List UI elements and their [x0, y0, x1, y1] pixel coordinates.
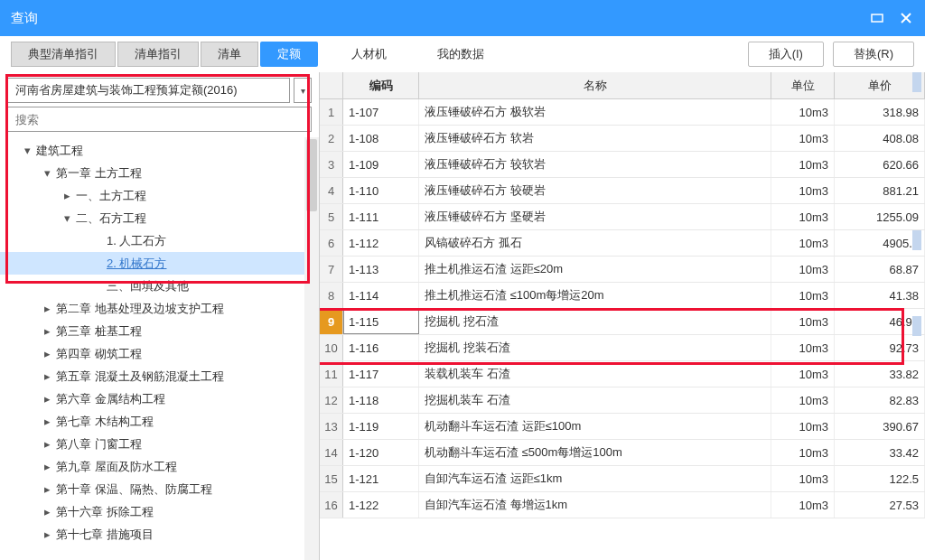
- cell-name: 机动翻斗车运石渣 运距≤100m: [419, 414, 771, 439]
- table-row[interactable]: 111-117装载机装车 石渣10m333.82: [320, 361, 925, 387]
- tab-0[interactable]: 典型清单指引: [11, 42, 116, 67]
- table-row[interactable]: 151-121自卸汽车运石渣 运距≤1km10m3122.5: [320, 466, 925, 492]
- chevron-right-icon[interactable]: ▸: [40, 482, 54, 496]
- tree-item[interactable]: ▸第十七章 措施项目: [0, 523, 319, 546]
- tree-item[interactable]: ▸一、土方工程: [0, 184, 319, 207]
- table-row[interactable]: 101-116挖掘机 挖装石渣10m392.73: [320, 335, 925, 361]
- table-row[interactable]: 31-109液压锤破碎石方 较软岩10m3620.66: [320, 152, 925, 178]
- cell-price: 68.87: [835, 257, 925, 282]
- tree-item[interactable]: ▸第九章 屋面及防水工程: [0, 455, 319, 478]
- cell-code: 1-115: [343, 309, 419, 334]
- tree-item[interactable]: ▸第十六章 拆除工程: [0, 500, 319, 523]
- chevron-right-icon[interactable]: ▸: [40, 527, 54, 541]
- table-row[interactable]: 41-110液压锤破碎石方 较硬岩10m3881.21: [320, 178, 925, 204]
- cell-name: 推土机推运石渣 运距≤20m: [419, 257, 771, 282]
- replace-button[interactable]: 替换(R): [833, 42, 914, 67]
- cell-name: 挖掘机装车 石渣: [419, 387, 771, 413]
- aux-marker: [912, 72, 921, 92]
- tree-item[interactable]: ▾第一章 土方工程: [0, 162, 319, 184]
- tree-item[interactable]: ▸第四章 砌筑工程: [0, 342, 319, 365]
- tab-4[interactable]: 人材机: [334, 42, 404, 67]
- scrollbar-thumb[interactable]: [306, 139, 317, 211]
- aux-marker: [912, 316, 921, 336]
- table-row[interactable]: 161-122自卸汽车运石渣 每增运1km10m327.53: [320, 492, 925, 518]
- chevron-right-icon[interactable]: ▸: [40, 369, 54, 383]
- tree-label: 第十七章 措施项目: [54, 527, 154, 543]
- tab-3[interactable]: 定额: [260, 42, 318, 67]
- tree-view[interactable]: ▾建筑工程▾第一章 土方工程▸一、土方工程▾二、石方工程1. 人工石方2. 机械…: [0, 137, 319, 560]
- tree-label: 第六章 金属结构工程: [54, 391, 165, 407]
- tree-item[interactable]: ▸第三章 桩基工程: [0, 320, 319, 342]
- cell-code: 1-112: [343, 230, 419, 256]
- table-row[interactable]: 81-114推土机推运石渣 ≤100m每增运20m10m341.38: [320, 283, 925, 309]
- cell-code: 1-121: [343, 466, 419, 491]
- table-row[interactable]: 91-115挖掘机 挖石渣10m346.99: [320, 309, 925, 335]
- table-row[interactable]: 141-120机动翻斗车运石渣 ≤500m每增运100m10m333.42: [320, 440, 925, 466]
- tree-item[interactable]: ▸第五章 混凝土及钢筋混凝土工程: [0, 365, 319, 387]
- chevron-down-icon[interactable]: ▾: [40, 166, 54, 180]
- grid-body[interactable]: 11-107液压锤破碎石方 极软岩10m3318.9821-108液压锤破碎石方…: [320, 99, 925, 560]
- tree-label: 第二章 地基处理及边坡支护工程: [54, 301, 224, 317]
- tree-item[interactable]: 三、回填及其他: [0, 275, 319, 297]
- col-price[interactable]: 单价: [835, 72, 925, 98]
- table-row[interactable]: 11-107液压锤破碎石方 极软岩10m3318.98: [320, 99, 925, 126]
- tree-label: 2. 机械石方: [105, 256, 166, 272]
- tree-item[interactable]: ▸第八章 门窗工程: [0, 433, 319, 455]
- tree-label: 建筑工程: [34, 143, 83, 159]
- chevron-right-icon[interactable]: ▸: [40, 437, 54, 451]
- tree-item[interactable]: ▸第六章 金属结构工程: [0, 387, 319, 410]
- tree-item[interactable]: ▸第七章 木结构工程: [0, 410, 319, 433]
- chevron-right-icon[interactable]: ▸: [40, 505, 54, 518]
- quota-dropdown[interactable]: 河南省房屋建筑与装饰工程预算定额(2016): [7, 78, 290, 103]
- tree-item[interactable]: 2. 机械石方: [0, 252, 319, 275]
- cell-code: 1-108: [343, 126, 419, 151]
- tab-5[interactable]: 我的数据: [420, 42, 501, 67]
- col-name[interactable]: 名称: [419, 72, 771, 98]
- cell-price: 1255.09: [835, 204, 925, 229]
- table-row[interactable]: 121-118挖掘机装车 石渣10m382.83: [320, 387, 925, 414]
- chevron-down-icon[interactable]: ▾: [20, 144, 34, 157]
- table-row[interactable]: 21-108液压锤破碎石方 软岩10m3408.08: [320, 126, 925, 152]
- search-input[interactable]: [7, 107, 312, 132]
- table-row[interactable]: 51-111液压锤破碎石方 坚硬岩10m31255.09: [320, 204, 925, 230]
- col-unit[interactable]: 单位: [771, 72, 835, 98]
- tree-item[interactable]: ▾建筑工程: [0, 139, 319, 162]
- tree-item[interactable]: ▸第十章 保温、隔热、防腐工程: [0, 478, 319, 500]
- tree-item[interactable]: 1. 人工石方: [0, 229, 319, 252]
- cell-rownum: 4: [320, 178, 343, 203]
- table-row[interactable]: 71-113推土机推运石渣 运距≤20m10m368.87: [320, 257, 925, 283]
- chevron-right-icon[interactable]: ▸: [40, 324, 54, 338]
- chevron-right-icon[interactable]: ▸: [40, 460, 54, 473]
- cell-rownum: 15: [320, 466, 343, 491]
- cell-price: 408.08: [835, 126, 925, 151]
- close-button[interactable]: [898, 10, 914, 26]
- cell-price: 390.67: [835, 414, 925, 439]
- tree-item[interactable]: ▾二、石方工程: [0, 207, 319, 229]
- chevron-right-icon[interactable]: ▸: [60, 189, 74, 202]
- insert-button[interactable]: 插入(I): [748, 42, 824, 67]
- tab-2[interactable]: 清单: [201, 42, 258, 67]
- tab-1[interactable]: 清单指引: [117, 42, 199, 67]
- cell-name: 液压锤破碎石方 较硬岩: [419, 178, 771, 203]
- cell-price: 27.53: [835, 492, 925, 518]
- chevron-right-icon[interactable]: ▸: [40, 302, 54, 315]
- chevron-down-icon[interactable]: ▾: [60, 211, 74, 225]
- chevron-right-icon[interactable]: ▸: [40, 347, 54, 360]
- cell-unit: 10m3: [771, 152, 835, 177]
- cell-code: 1-114: [343, 283, 419, 308]
- table-row[interactable]: 131-119机动翻斗车运石渣 运距≤100m10m3390.67: [320, 414, 925, 440]
- chevron-right-icon[interactable]: ▸: [40, 415, 54, 428]
- table-row[interactable]: 61-112风镐破碎石方 孤石10m34905.3: [320, 230, 925, 257]
- cell-rownum: 12: [320, 387, 343, 413]
- cell-rownum: 6: [320, 230, 343, 256]
- dropdown-row: 河南省房屋建筑与装饰工程预算定额(2016) ▾: [0, 72, 319, 107]
- cell-name: 自卸汽车运石渣 运距≤1km: [419, 466, 771, 491]
- tree-item[interactable]: ▸第二章 地基处理及边坡支护工程: [0, 297, 319, 320]
- dropdown-toggle[interactable]: ▾: [294, 78, 312, 103]
- sidebar-scrollbar[interactable]: [304, 137, 319, 560]
- minimize-button[interactable]: [869, 10, 885, 26]
- cell-name: 自卸汽车运石渣 每增运1km: [419, 492, 771, 518]
- col-code[interactable]: 编码: [343, 72, 419, 98]
- chevron-right-icon[interactable]: ▸: [40, 392, 54, 406]
- tree-label: 第七章 木结构工程: [54, 414, 154, 430]
